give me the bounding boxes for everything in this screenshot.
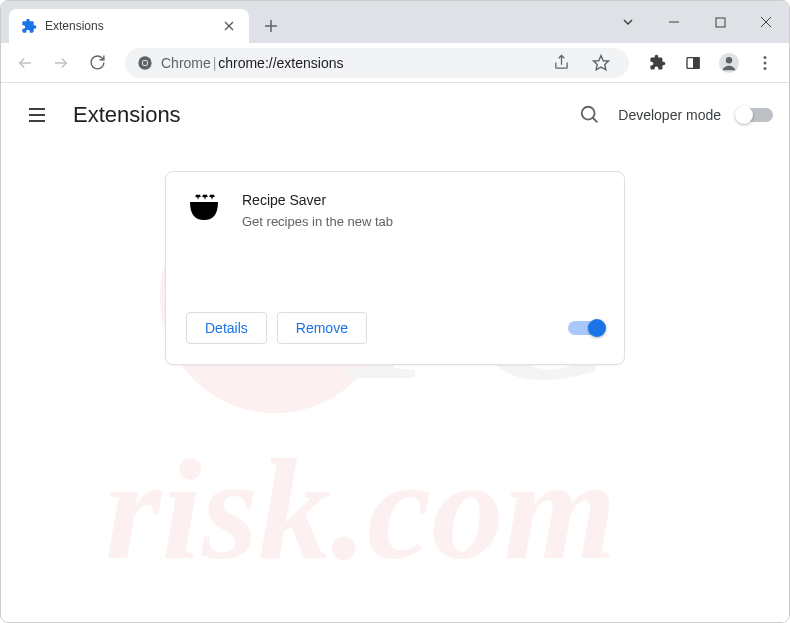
side-panel-icon[interactable] xyxy=(677,47,709,79)
chrome-icon xyxy=(137,55,153,71)
remove-button[interactable]: Remove xyxy=(277,312,367,344)
share-icon[interactable] xyxy=(545,47,577,79)
svg-point-22 xyxy=(764,67,767,70)
profile-icon[interactable] xyxy=(713,47,745,79)
details-button[interactable]: Details xyxy=(186,312,267,344)
extensions-list: Recipe Saver Get recipes in the new tab … xyxy=(1,147,789,389)
page-title: Extensions xyxy=(73,102,181,128)
svg-point-12 xyxy=(143,60,148,65)
svg-rect-17 xyxy=(694,57,699,68)
svg-rect-5 xyxy=(716,18,725,27)
search-icon[interactable] xyxy=(578,103,602,127)
svg-line-30 xyxy=(593,118,598,123)
svg-marker-14 xyxy=(594,55,609,69)
svg-point-20 xyxy=(764,56,767,59)
window-controls xyxy=(605,1,789,43)
star-icon[interactable] xyxy=(585,47,617,79)
svg-text:risk.com: risk.com xyxy=(105,429,617,588)
extension-card: Recipe Saver Get recipes in the new tab … xyxy=(165,171,625,365)
browser-tab[interactable]: Extensions xyxy=(9,9,249,43)
page-content: risk.com PC Extensions Developer mode xyxy=(1,83,789,622)
svg-point-29 xyxy=(582,107,595,120)
extensions-icon[interactable] xyxy=(641,47,673,79)
toggle-knob xyxy=(735,106,753,124)
developer-mode-label: Developer mode xyxy=(618,107,721,123)
hamburger-menu-icon[interactable] xyxy=(17,95,57,135)
svg-point-19 xyxy=(726,57,732,63)
titlebar: Extensions xyxy=(1,1,789,43)
header-right: Developer mode xyxy=(578,103,773,127)
reload-button[interactable] xyxy=(81,47,113,79)
bowl-icon xyxy=(186,192,222,228)
extensions-header: Extensions Developer mode xyxy=(1,83,789,147)
toolbar: Chrome | chrome://extensions xyxy=(1,43,789,83)
forward-button[interactable] xyxy=(45,47,77,79)
close-icon[interactable] xyxy=(221,18,237,34)
back-button[interactable] xyxy=(9,47,41,79)
maximize-button[interactable] xyxy=(697,6,743,38)
extension-name: Recipe Saver xyxy=(242,192,604,208)
extension-description: Get recipes in the new tab xyxy=(242,214,604,229)
new-tab-button[interactable] xyxy=(257,12,285,40)
close-window-button[interactable] xyxy=(743,6,789,38)
extension-enable-toggle[interactable] xyxy=(568,321,604,335)
url-text: Chrome | chrome://extensions xyxy=(161,55,537,71)
developer-mode-toggle[interactable] xyxy=(737,108,773,122)
tab-title: Extensions xyxy=(45,19,213,33)
svg-point-21 xyxy=(764,61,767,64)
menu-icon[interactable] xyxy=(749,47,781,79)
browser-window: Extensions xyxy=(0,0,790,623)
toggle-knob xyxy=(588,319,606,337)
address-bar[interactable]: Chrome | chrome://extensions xyxy=(125,48,629,78)
minimize-button[interactable] xyxy=(651,6,697,38)
puzzle-piece-icon xyxy=(21,18,37,34)
chevron-down-icon[interactable] xyxy=(605,6,651,38)
